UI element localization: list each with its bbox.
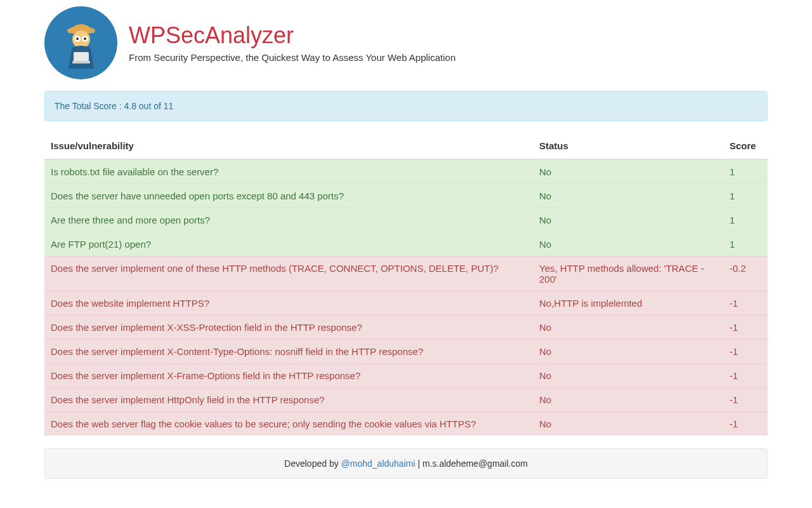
cell-score: 1	[723, 159, 768, 184]
table-row: Does the server implement one of these H…	[44, 257, 768, 291]
footer-bar: Developed by @mohd_alduhaimi | m.s.aldeh…	[44, 448, 768, 479]
table-row: Does the server implement HttpOnly field…	[44, 388, 768, 412]
cell-score: -1	[723, 291, 768, 316]
cell-score: -0.2	[723, 257, 768, 291]
app-logo-icon	[44, 6, 117, 79]
total-score-panel: The Total Score : 4.8 out of 11	[44, 91, 768, 121]
table-row: Does the server implement X-Frame-Option…	[44, 364, 768, 388]
cell-status: No	[533, 364, 723, 388]
cell-issue: Are FTP port(21) open?	[44, 232, 533, 257]
col-header-status: Status	[533, 134, 723, 159]
svg-rect-7	[74, 52, 89, 62]
cell-status: No	[533, 232, 723, 257]
cell-score: 1	[723, 208, 768, 232]
table-row: Does the server have unneeded open ports…	[44, 184, 768, 208]
cell-issue: Does the website implement HTTPS?	[44, 291, 533, 316]
svg-rect-8	[72, 61, 90, 64]
cell-score: 1	[723, 232, 768, 257]
table-row: Does the web server flag the cookie valu…	[44, 412, 768, 436]
table-header-row: Issue/vulnerability Status Score	[44, 134, 768, 159]
table-row: Are FTP port(21) open?No1	[44, 232, 768, 257]
cell-issue: Does the server implement X-Frame-Option…	[44, 364, 533, 388]
svg-point-5	[76, 37, 79, 40]
col-header-issue: Issue/vulnerability	[44, 134, 533, 159]
cell-status: No	[533, 316, 723, 340]
app-header: WPSecAnalyzer From Security Perspective,…	[44, 0, 768, 91]
svg-point-6	[84, 37, 86, 40]
cell-status: No	[533, 412, 723, 436]
app-tagline: From Security Perspective, the Quickest …	[129, 52, 455, 63]
cell-status: No,HTTP is implelemted	[533, 291, 723, 316]
cell-score: -1	[723, 388, 768, 412]
cell-issue: Does the server implement HttpOnly field…	[44, 388, 533, 412]
cell-issue: Is robots.txt file available on the serv…	[44, 159, 533, 184]
cell-status: No	[533, 208, 723, 232]
cell-issue: Are there three and more open ports?	[44, 208, 533, 232]
cell-issue: Does the server implement X-XSS-Protecti…	[44, 316, 533, 340]
app-title: WPSecAnalyzer	[129, 23, 455, 48]
cell-score: -1	[723, 316, 768, 340]
cell-status: No	[533, 340, 723, 364]
cell-issue: Does the server implement X-Content-Type…	[44, 340, 533, 364]
table-row: Is robots.txt file available on the serv…	[44, 159, 768, 184]
cell-issue: Does the web server flag the cookie valu…	[44, 412, 533, 436]
cell-issue: Does the server implement one of these H…	[44, 257, 533, 291]
cell-status: No	[533, 159, 723, 184]
table-row: Does the server implement X-Content-Type…	[44, 340, 768, 364]
footer-suffix: | m.s.aldeheme@gmail.com	[416, 458, 528, 469]
col-header-score: Score	[723, 134, 768, 159]
cell-status: Yes, HTTP methods allowed: 'TRACE - 200'	[533, 257, 723, 291]
cell-score: -1	[723, 364, 768, 388]
footer-prefix: Developed by	[284, 458, 341, 469]
cell-score: 1	[723, 184, 768, 208]
cell-status: No	[533, 184, 723, 208]
table-row: Does the website implement HTTPS?No,HTTP…	[44, 291, 768, 316]
title-block: WPSecAnalyzer From Security Perspective,…	[129, 23, 455, 63]
cell-status: No	[533, 388, 723, 412]
results-table: Issue/vulnerability Status Score Is robo…	[44, 134, 768, 436]
cell-score: -1	[723, 340, 768, 364]
table-row: Are there three and more open ports?No1	[44, 208, 768, 232]
cell-score: -1	[723, 412, 768, 436]
developer-link[interactable]: @mohd_alduhaimi	[341, 458, 416, 469]
table-row: Does the server implement X-XSS-Protecti…	[44, 316, 768, 340]
cell-issue: Does the server have unneeded open ports…	[44, 184, 533, 208]
